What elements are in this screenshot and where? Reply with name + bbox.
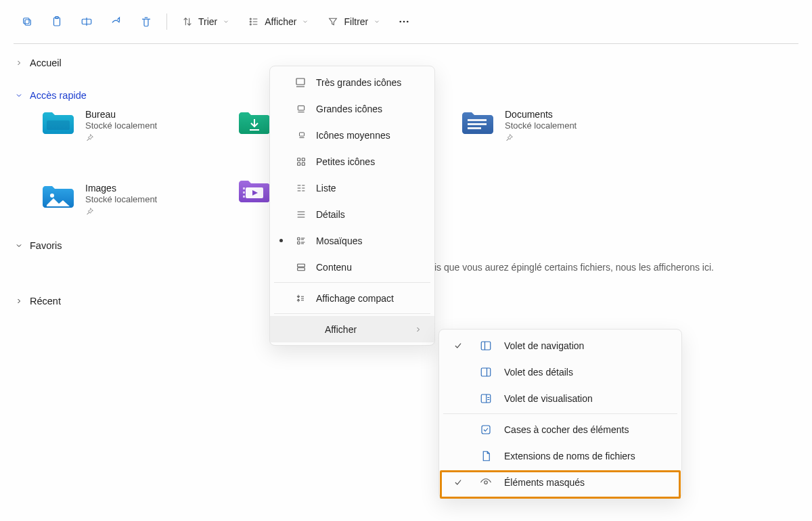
svg-point-15	[50, 194, 54, 198]
file-icon	[480, 450, 492, 462]
folder-videos-icon	[237, 177, 272, 206]
view-dropdown: Très grandes icônes Grandes icônes Icône…	[269, 66, 435, 346]
folder-downloads-icon	[237, 109, 272, 137]
svg-rect-20	[296, 78, 304, 85]
chevron-down-icon	[15, 242, 23, 250]
svg-rect-28	[298, 242, 300, 244]
folder-desktop-icon	[41, 109, 76, 137]
quick-item-images[interactable]: Images Stocké localement	[41, 183, 196, 216]
svg-rect-23	[298, 158, 300, 160]
submenu-details-pane[interactable]: Volet des détails	[439, 359, 681, 385]
svg-rect-22	[300, 132, 304, 135]
sort-button[interactable]: Trier	[174, 8, 238, 35]
view-button[interactable]: Afficher	[240, 8, 317, 35]
menu-label: Très grandes icônes	[316, 77, 401, 88]
share-button[interactable]	[103, 8, 130, 35]
view-item-list[interactable]: Liste	[270, 175, 434, 201]
folder-images-icon	[41, 183, 76, 211]
tiles-icon	[296, 235, 307, 246]
svg-rect-0	[25, 20, 30, 25]
eye-icon	[480, 476, 492, 489]
selected-bullet	[279, 239, 283, 242]
more-button[interactable]	[391, 8, 417, 35]
nav-home-label: Accueil	[30, 58, 62, 68]
paste-button[interactable]	[43, 8, 70, 35]
copy-button[interactable]	[14, 8, 41, 35]
extra-large-icons-icon	[294, 76, 307, 89]
submenu-checkboxes[interactable]: Cases à cocher des éléments	[439, 416, 681, 443]
sort-icon	[182, 16, 193, 27]
view-item-medium-icons[interactable]: Icônes moyennes	[270, 122, 434, 148]
chevron-right-icon	[15, 297, 23, 305]
show-submenu: Volet de navigation Volet des détails Vo…	[438, 329, 682, 499]
pin-icon	[85, 133, 94, 142]
chevron-right-icon	[15, 59, 23, 67]
svg-rect-18	[243, 191, 245, 194]
menu-label: Petites icônes	[316, 156, 375, 167]
submenu-hidden-items[interactable]: Éléments masqués	[439, 469, 681, 495]
check-icon	[453, 341, 463, 350]
svg-rect-31	[481, 342, 491, 350]
menu-label: Volet des détails	[504, 367, 573, 378]
submenu-extensions[interactable]: Extensions de noms de fichiers	[439, 443, 681, 469]
nav-pane-icon	[480, 340, 492, 352]
svg-point-7	[250, 24, 252, 25]
view-label: Afficher	[265, 16, 296, 27]
chevron-down-icon	[374, 18, 380, 25]
chevron-right-icon	[414, 325, 422, 334]
menu-label: Extensions de noms de fichiers	[504, 451, 635, 461]
ellipsis-icon	[398, 16, 410, 28]
menu-label: Cases à cocher des éléments	[504, 424, 629, 435]
sort-label: Trier	[198, 16, 217, 27]
checkbox-icon	[480, 424, 492, 436]
svg-rect-32	[481, 368, 491, 376]
preview-pane-icon	[480, 392, 492, 405]
menu-label: Contenu	[316, 262, 352, 273]
view-item-details[interactable]: Détails	[270, 201, 434, 227]
svg-rect-34	[482, 426, 490, 434]
submenu-nav-pane[interactable]: Volet de navigation	[439, 332, 681, 359]
paste-icon	[51, 16, 63, 28]
view-item-tiles[interactable]: Mosaïques	[270, 227, 434, 254]
quick-item-sub: Stocké localement	[85, 120, 157, 131]
chevron-down-icon	[302, 18, 309, 25]
medium-icons-icon	[297, 131, 307, 140]
view-icon	[248, 16, 259, 27]
filter-icon	[328, 16, 338, 27]
view-item-small-icons[interactable]: Petites icônes	[270, 148, 434, 175]
quick-item-documents[interactable]: Documents Stocké localement	[460, 109, 616, 142]
copy-icon	[21, 16, 33, 28]
pin-icon	[505, 133, 514, 142]
view-item-content[interactable]: Contenu	[270, 254, 434, 280]
quick-item-sub: Stocké localement	[505, 120, 577, 131]
view-item-extra-large-icons[interactable]: Très grandes icônes	[270, 69, 434, 95]
quick-item-desktop[interactable]: Bureau Stocké localement	[41, 109, 196, 142]
section-recent-label: Récent	[30, 296, 61, 307]
menu-label: Grandes icônes	[316, 104, 382, 114]
menu-divider	[274, 282, 430, 283]
rename-button[interactable]	[73, 8, 100, 35]
menu-label: Liste	[316, 183, 336, 194]
svg-point-10	[407, 21, 409, 23]
view-item-large-icons[interactable]: Grandes icônes	[270, 95, 434, 122]
svg-rect-19	[243, 196, 245, 198]
view-item-show-submenu[interactable]: Afficher	[270, 316, 434, 342]
menu-label: Mosaïques	[316, 235, 362, 246]
submenu-preview-pane[interactable]: Volet de visualisation	[439, 385, 681, 411]
filter-button[interactable]: Filtrer	[319, 8, 388, 35]
delete-button[interactable]	[133, 8, 160, 35]
quick-item-title: Bureau	[85, 109, 157, 120]
large-icons-icon	[296, 104, 307, 114]
pin-icon	[85, 207, 94, 216]
svg-rect-33	[481, 394, 491, 403]
toolbar-separator	[166, 14, 167, 30]
menu-label: Éléments masqués	[504, 477, 585, 488]
menu-label: Icônes moyennes	[316, 130, 390, 141]
svg-rect-13	[468, 123, 487, 125]
filter-label: Filtrer	[344, 16, 368, 27]
menu-divider	[443, 413, 677, 414]
small-icons-icon	[296, 156, 307, 167]
view-item-compact[interactable]: Affichage compact	[270, 285, 434, 311]
check-icon	[453, 478, 463, 487]
menu-label: Détails	[316, 209, 345, 220]
